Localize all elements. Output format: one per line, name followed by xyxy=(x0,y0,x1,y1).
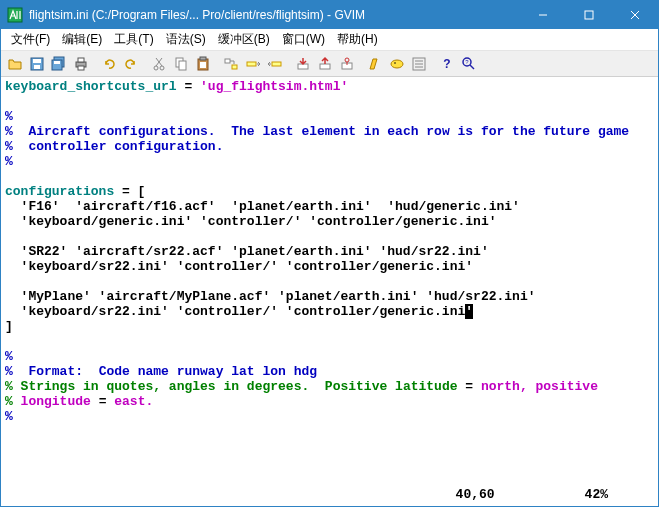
undo-icon[interactable] xyxy=(99,54,119,74)
scroll-percent: 42% xyxy=(585,487,608,502)
make-icon[interactable] xyxy=(365,54,385,74)
saveall-icon[interactable] xyxy=(49,54,69,74)
code-string: 'ug_flightsim.html' xyxy=(200,79,348,94)
menu-buffers[interactable]: 缓冲区(B) xyxy=(212,29,276,50)
code-line: 'keyboard/generic.ini' 'controller/' 'co… xyxy=(5,214,496,229)
svg-line-40 xyxy=(470,65,474,69)
code-ident: configurations xyxy=(5,184,114,199)
svg-rect-22 xyxy=(200,62,206,68)
code-line: 'F16' 'aircraft/f16.acf' 'planet/earth.i… xyxy=(5,199,520,214)
cut-icon[interactable] xyxy=(149,54,169,74)
menu-window[interactable]: 窗口(W) xyxy=(276,29,331,50)
svg-rect-12 xyxy=(78,58,84,62)
menu-syntax[interactable]: 语法(S) xyxy=(160,29,212,50)
code-comment: % xyxy=(5,394,13,409)
paste-icon[interactable] xyxy=(193,54,213,74)
cursor-position: 40,60 xyxy=(456,487,495,502)
save-icon[interactable] xyxy=(27,54,47,74)
shell-icon[interactable] xyxy=(387,54,407,74)
menu-help[interactable]: 帮助(H) xyxy=(331,29,384,50)
svg-rect-28 xyxy=(320,64,330,69)
svg-rect-25 xyxy=(247,62,256,66)
code-comment: % xyxy=(5,379,13,394)
svg-rect-19 xyxy=(179,61,186,70)
savesess-icon[interactable] xyxy=(315,54,335,74)
window-title: flightsim.ini (C:/Program Files/... Pro/… xyxy=(29,8,520,22)
copy-icon[interactable] xyxy=(171,54,191,74)
cursor: ' xyxy=(465,304,473,319)
findnext-icon[interactable] xyxy=(243,54,263,74)
code-line: 'MyPlane' 'aircraft/MyPlane.acf' 'planet… xyxy=(5,289,536,304)
redo-icon[interactable] xyxy=(121,54,141,74)
svg-point-32 xyxy=(391,60,403,68)
svg-rect-6 xyxy=(33,59,41,63)
svg-text:?: ? xyxy=(443,57,450,71)
code-ident: keyboard_shortcuts_url xyxy=(5,79,177,94)
code-comment: % xyxy=(5,349,13,364)
svg-point-14 xyxy=(154,66,158,70)
minimize-button[interactable] xyxy=(520,1,566,29)
svg-rect-7 xyxy=(34,65,40,69)
code-comment: % xyxy=(5,154,13,169)
menu-file[interactable]: 文件(F) xyxy=(5,29,56,50)
taglist-icon[interactable] xyxy=(409,54,429,74)
code-comment: % xyxy=(5,109,13,124)
code-comment: % xyxy=(5,139,13,154)
code-comment: % xyxy=(5,409,13,424)
menu-tools[interactable]: 工具(T) xyxy=(108,29,159,50)
svg-rect-2 xyxy=(585,11,593,19)
code-line: 'SR22' 'aircraft/sr22.acf' 'planet/earth… xyxy=(5,244,489,259)
svg-rect-24 xyxy=(232,65,237,69)
menubar: 文件(F) 编辑(E) 工具(T) 语法(S) 缓冲区(B) 窗口(W) 帮助(… xyxy=(1,29,658,51)
print-icon[interactable] xyxy=(71,54,91,74)
close-button[interactable] xyxy=(612,1,658,29)
titlebar: flightsim.ini (C:/Program Files/... Pro/… xyxy=(1,1,658,29)
code-line: 'keyboard/sr22.ini' 'controller/' 'contr… xyxy=(5,259,473,274)
help-icon[interactable]: ? xyxy=(437,54,457,74)
code-comment: % xyxy=(5,364,13,379)
code-line: 'keyboard/sr22.ini' 'controller/' 'contr… xyxy=(5,304,465,319)
findhelp-icon[interactable]: ? xyxy=(459,54,479,74)
code-line: ] xyxy=(5,319,13,334)
svg-point-30 xyxy=(345,58,349,62)
svg-point-33 xyxy=(394,62,396,64)
svg-rect-23 xyxy=(225,59,230,63)
editor[interactable]: keyboard_shortcuts_url = 'ug_flightsim.h… xyxy=(1,77,658,487)
loadsess-icon[interactable] xyxy=(293,54,313,74)
maximize-button[interactable] xyxy=(566,1,612,29)
svg-rect-13 xyxy=(78,66,84,70)
findprev-icon[interactable] xyxy=(265,54,285,74)
app-icon xyxy=(7,7,23,23)
menu-edit[interactable]: 编辑(E) xyxy=(56,29,108,50)
svg-text:?: ? xyxy=(465,59,469,65)
open-icon[interactable] xyxy=(5,54,25,74)
runscript-icon[interactable] xyxy=(337,54,357,74)
code-comment: % xyxy=(5,124,13,139)
svg-rect-26 xyxy=(272,62,281,66)
toolbar: ? ? xyxy=(1,51,658,77)
statusbar: 40,6042% xyxy=(1,487,658,502)
svg-point-15 xyxy=(160,66,164,70)
replace-icon[interactable] xyxy=(221,54,241,74)
svg-rect-10 xyxy=(54,61,60,64)
svg-rect-21 xyxy=(200,57,206,60)
